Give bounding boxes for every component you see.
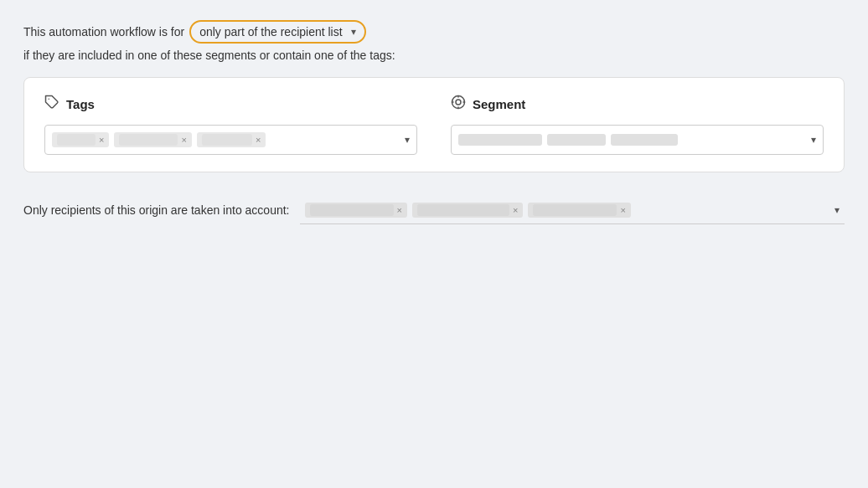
segment-bar-1 <box>458 134 542 146</box>
origin-label: Only recipients of this origin are taken… <box>23 203 290 217</box>
recipient-dropdown[interactable]: only part of the recipient list ▾ <box>189 20 365 44</box>
prefix-text: This automation workflow is for <box>23 25 184 39</box>
page-container: This automation workflow is for only par… <box>0 0 868 488</box>
origin-chip-1: × <box>305 203 407 218</box>
tags-chevron: ▾ <box>405 134 410 146</box>
segment-icon <box>451 95 466 113</box>
segment-multiselect[interactable]: ▾ <box>451 125 824 155</box>
svg-point-2 <box>456 100 461 105</box>
tags-label: Tags <box>66 97 95 111</box>
tag-chip-2-remove[interactable]: × <box>181 135 186 145</box>
tag-chip-1-placeholder <box>57 134 96 146</box>
origin-chip-3: × <box>528 203 630 218</box>
origin-multiselect[interactable]: × × × ▾ <box>300 196 845 224</box>
origin-chip-2: × <box>412 203 523 218</box>
segment-header: Segment <box>451 95 824 113</box>
top-row: This automation workflow is for only par… <box>23 20 845 44</box>
tags-multiselect[interactable]: × × × ▾ <box>44 125 417 155</box>
recipient-dropdown-value: only part of the recipient list <box>199 25 342 39</box>
tag-chip-3-remove[interactable]: × <box>256 135 261 145</box>
tags-section: Tags × × × ▾ <box>44 95 417 155</box>
tag-chip-2-placeholder <box>119 134 178 146</box>
segment-chevron: ▾ <box>811 134 816 146</box>
recipient-dropdown-chevron: ▾ <box>351 26 356 38</box>
origin-chip-1-remove[interactable]: × <box>397 205 402 215</box>
tags-segment-card: Tags × × × ▾ <box>23 77 845 172</box>
tag-chip-3: × <box>197 132 266 147</box>
segment-label: Segment <box>473 97 525 111</box>
origin-row: Only recipients of this origin are taken… <box>23 196 845 224</box>
tags-header: Tags <box>44 95 417 113</box>
tag-icon <box>44 95 59 113</box>
tag-chip-1-remove[interactable]: × <box>99 135 104 145</box>
segment-section: Segment ▾ <box>451 95 824 155</box>
tag-chip-3-placeholder <box>202 134 252 146</box>
tag-chip-1: × <box>52 132 109 147</box>
segment-bar-2 <box>547 134 606 146</box>
origin-chip-2-remove[interactable]: × <box>513 205 518 215</box>
origin-chip-1-bar <box>310 204 394 216</box>
tag-chip-2: × <box>114 132 191 147</box>
origin-chip-3-remove[interactable]: × <box>620 205 625 215</box>
subtitle-text: if they are included in one of these seg… <box>23 49 845 62</box>
origin-chip-3-bar <box>533 204 617 216</box>
origin-chevron: ▾ <box>834 204 840 216</box>
origin-chip-2-bar <box>417 204 509 216</box>
segment-bar-3 <box>611 134 678 146</box>
